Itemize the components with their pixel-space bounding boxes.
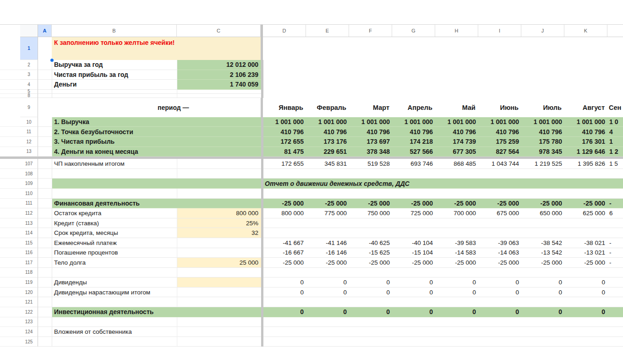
cell-C112[interactable]: 800 000 bbox=[177, 208, 261, 218]
cell-F119[interactable]: 0 bbox=[350, 277, 393, 288]
cell-H121[interactable] bbox=[436, 297, 479, 307]
cell-J13[interactable]: 978 345 bbox=[522, 147, 565, 157]
cell-E117[interactable]: -25 000 bbox=[306, 258, 350, 268]
cell-A122[interactable] bbox=[38, 307, 52, 317]
cell-I110[interactable] bbox=[479, 189, 522, 199]
cell-B107[interactable]: ЧП накопленным итогом bbox=[52, 159, 177, 169]
column-header-b[interactable]: B bbox=[52, 25, 177, 37]
cell-J119[interactable]: 0 bbox=[522, 277, 565, 288]
cell-D107[interactable]: 172 655 bbox=[263, 159, 306, 169]
cell-I10[interactable]: 1 001 000 bbox=[479, 117, 522, 127]
cell-J107[interactable]: 1 219 525 bbox=[522, 159, 565, 169]
cell-F111[interactable]: -25 000 bbox=[350, 199, 393, 209]
cell-D124[interactable] bbox=[263, 327, 306, 337]
row-header-3[interactable]: 3 bbox=[20, 70, 38, 80]
row-header-13[interactable]: 13 bbox=[20, 147, 38, 157]
cell-G113[interactable] bbox=[393, 218, 436, 228]
row-header-109[interactable]: 109 bbox=[20, 179, 38, 189]
cell-H112[interactable]: 700 000 bbox=[436, 208, 479, 218]
cell-F110[interactable] bbox=[350, 189, 393, 199]
cell-B125[interactable] bbox=[52, 337, 177, 347]
cell-b8[interactable] bbox=[52, 94, 177, 98]
cell-K112[interactable]: 625 000 bbox=[565, 208, 608, 218]
cell-E11[interactable]: 410 796 bbox=[306, 127, 350, 137]
cell-B118[interactable] bbox=[52, 268, 177, 278]
cell-C108[interactable] bbox=[177, 169, 261, 179]
cell-J120[interactable]: 0 bbox=[522, 288, 565, 298]
cell-J124[interactable] bbox=[522, 327, 565, 337]
cell-L114-partial[interactable] bbox=[608, 228, 623, 238]
cell-E115[interactable]: -41 146 bbox=[306, 238, 350, 248]
cell-G117[interactable]: -25 000 bbox=[393, 258, 436, 268]
cell-J118[interactable] bbox=[522, 268, 565, 278]
cell-D12[interactable]: 172 655 bbox=[263, 137, 306, 147]
cell-C114[interactable]: 32 bbox=[177, 228, 261, 238]
cell-A111[interactable] bbox=[38, 199, 52, 209]
cell-C125[interactable] bbox=[177, 337, 261, 347]
cell-month-1[interactable]: Январь bbox=[263, 98, 306, 117]
cell-B120[interactable]: Дивиденды нарастающим итогом bbox=[52, 288, 177, 298]
cell-I125[interactable] bbox=[479, 337, 522, 347]
cell-A120[interactable] bbox=[38, 288, 52, 298]
cell-H111[interactable]: -25 000 bbox=[436, 199, 479, 209]
cell-H113[interactable] bbox=[436, 218, 479, 228]
cell-D114[interactable] bbox=[263, 228, 306, 238]
cell-B124[interactable]: Вложения от собственника bbox=[52, 327, 177, 337]
row-header-12[interactable]: 12 bbox=[20, 137, 38, 147]
cell-K115[interactable]: -38 021 bbox=[565, 238, 608, 248]
cell-b4[interactable]: Деньги bbox=[52, 80, 177, 90]
cell-I116[interactable]: -14 063 bbox=[479, 248, 522, 258]
cell-L118-partial[interactable] bbox=[608, 268, 623, 278]
cell-G115[interactable]: -40 104 bbox=[393, 238, 436, 248]
cell-F13[interactable]: 378 348 bbox=[350, 147, 393, 157]
cell-G120[interactable]: 0 bbox=[393, 288, 436, 298]
row-header-115[interactable]: 115 bbox=[20, 238, 38, 248]
cell-I12[interactable]: 175 259 bbox=[479, 137, 522, 147]
cell-L121-partial[interactable] bbox=[608, 297, 623, 307]
column-header-k[interactable]: K bbox=[564, 25, 607, 37]
cell-F115[interactable]: -40 625 bbox=[350, 238, 393, 248]
cell-month-3[interactable]: Март bbox=[349, 98, 392, 117]
cell-B113[interactable]: Кредит (ставка) bbox=[52, 218, 177, 228]
cell-F113[interactable] bbox=[350, 218, 393, 228]
cell-L13-partial[interactable]: 1 2 bbox=[608, 147, 623, 157]
cell-D108[interactable] bbox=[263, 169, 306, 179]
cell-J111[interactable]: -25 000 bbox=[522, 199, 565, 209]
cell-month-7[interactable]: Июль bbox=[521, 98, 564, 117]
cell-L117-partial[interactable]: - bbox=[608, 258, 623, 268]
cell-J116[interactable]: -13 542 bbox=[522, 248, 565, 258]
cell-A115[interactable] bbox=[38, 238, 52, 248]
cell-H10[interactable]: 1 001 000 bbox=[436, 117, 479, 127]
cell-D122[interactable]: 0 bbox=[263, 307, 306, 317]
cell-banner-b1[interactable]: К заполнению только желтые ячейки! bbox=[52, 37, 261, 60]
cell-H108[interactable] bbox=[436, 169, 479, 179]
column-header-g[interactable]: G bbox=[392, 25, 435, 37]
cell-J122[interactable]: 0 bbox=[522, 307, 565, 317]
cell-L119-partial[interactable] bbox=[608, 277, 623, 288]
cell-A125[interactable] bbox=[38, 337, 52, 347]
cell-A107[interactable] bbox=[38, 159, 52, 169]
cell-K12[interactable]: 176 301 bbox=[565, 137, 608, 147]
cell-B114[interactable]: Срок кредита, месяцы bbox=[52, 228, 177, 238]
cell-G119[interactable]: 0 bbox=[393, 277, 436, 288]
cell-B109[interactable] bbox=[52, 179, 177, 189]
month-header-cells[interactable]: ЯнварьФевральМартАпрельМайИюньИюльАвгуст bbox=[263, 98, 607, 117]
selected-cell-a1[interactable] bbox=[38, 37, 52, 60]
cell-E108[interactable] bbox=[306, 169, 350, 179]
cell-L108-partial[interactable] bbox=[608, 169, 623, 179]
cell-L111-partial[interactable]: - bbox=[608, 199, 623, 209]
cell-c2[interactable]: 12 012 000 bbox=[177, 60, 261, 70]
cell-K107[interactable]: 1 395 826 bbox=[565, 159, 608, 169]
cell-E111[interactable]: -25 000 bbox=[306, 199, 350, 209]
cell-F116[interactable]: -15 625 bbox=[350, 248, 393, 258]
cell-G107[interactable]: 693 746 bbox=[393, 159, 436, 169]
cell-L109-partial[interactable] bbox=[608, 179, 623, 189]
cell-H13[interactable]: 677 305 bbox=[436, 147, 479, 157]
row-header-8[interactable]: 8 bbox=[20, 94, 38, 98]
cell-I11[interactable]: 410 796 bbox=[479, 127, 522, 137]
cell-E119[interactable]: 0 bbox=[306, 277, 350, 288]
cell-D117[interactable]: -25 000 bbox=[263, 258, 306, 268]
cell-L110-partial[interactable] bbox=[608, 189, 623, 199]
cell-A124[interactable] bbox=[38, 327, 52, 337]
cell-D11[interactable]: 410 796 bbox=[263, 127, 306, 137]
